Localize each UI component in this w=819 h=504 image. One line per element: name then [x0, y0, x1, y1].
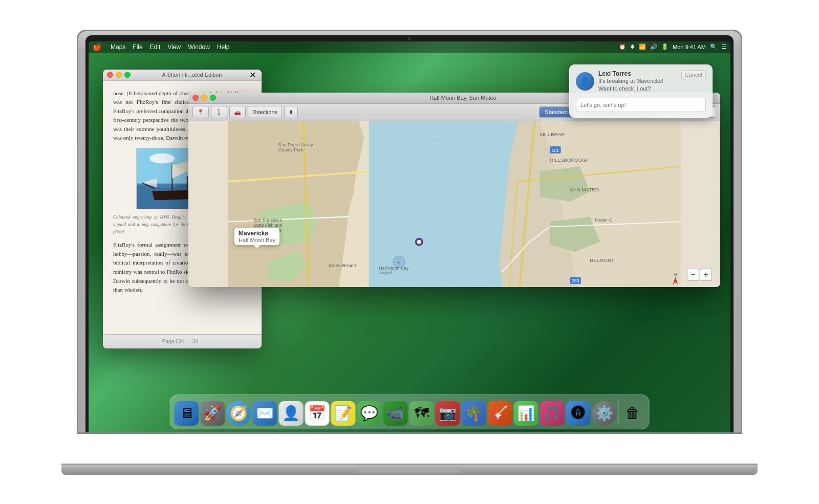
svg-text:State Fish and: State Fish and [253, 223, 283, 228]
menubar-left: 🍎 Maps File Edit View Window Help [93, 43, 230, 51]
maps-share-button[interactable]: ⬆ [284, 106, 298, 118]
menubar-volume-icon: 🔊 [650, 43, 657, 50]
svg-point-26 [149, 154, 175, 164]
dock-icon-numbers[interactable]: 📊 [514, 401, 538, 426]
svg-text:Airport: Airport [379, 270, 393, 275]
menu-window[interactable]: Window [188, 43, 210, 51]
photobooth-icon: 📷 [439, 405, 457, 422]
facetime-icon: 📹 [386, 405, 404, 422]
dock-icon-syspreferences[interactable]: ⚙️ [592, 401, 617, 426]
svg-text:MILLBRAE: MILLBRAE [540, 132, 565, 137]
dock-icon-notes[interactable]: 📝 [331, 401, 356, 426]
dock-icon-appstore[interactable]: 🅐 [566, 401, 591, 426]
tooltip-location: Half Moon Bay [239, 237, 275, 243]
notification-avatar: 👤 [576, 72, 594, 91]
svg-text:101: 101 [551, 147, 559, 152]
menubar-battery-icon: 🔋 [661, 43, 669, 50]
dock-icon-facetime[interactable]: 📹 [383, 401, 408, 426]
menu-help[interactable]: Help [217, 43, 230, 51]
maps-location-button[interactable]: 📍 [192, 106, 209, 118]
ibook-window-title: A Short Hi...ated Edition [135, 72, 249, 78]
ibook-minimize-button[interactable] [116, 72, 122, 78]
mail-icon: ✉️ [256, 405, 274, 422]
menu-file[interactable]: File [133, 43, 142, 51]
map-content[interactable]: ✈ San Pedro Valley County Park San Franc… [188, 121, 720, 287]
menubar-right: ⏰ ✱ 📶 🔊 🔋 Mon 9:41 AM 🔍 ☰ [619, 43, 726, 50]
dock-icon-launchpad[interactable]: 🚀 [201, 401, 225, 426]
menubar-notif-icon[interactable]: ☰ [721, 43, 726, 50]
ibook-titlebar: A Short Hi...ated Edition ✕ [103, 70, 262, 81]
maps-drive-button[interactable]: 🚗 [229, 106, 246, 118]
dock-icon-itunes[interactable]: 🎵 [540, 401, 565, 426]
maps-directions-button[interactable]: Directions [248, 106, 282, 118]
menu-maps[interactable]: Maps [111, 43, 125, 51]
dock-icon-maps[interactable]: 🗺 [410, 401, 434, 426]
macbook: 🍎 Maps File Edit View Window Help ⏰ ✱ 📶 … [77, 30, 742, 475]
iphoto-icon: 🌴 [465, 405, 483, 422]
notification-reply-input[interactable] [576, 98, 706, 112]
macbook-lid: 🍎 Maps File Edit View Window Help ⏰ ✱ 📶 … [77, 30, 742, 434]
menubar-search-icon[interactable]: 🔍 [710, 43, 717, 50]
menu-edit[interactable]: Edit [150, 43, 161, 51]
ibook-close-button[interactable] [107, 72, 113, 78]
svg-text:San Francisco: San Francisco [253, 217, 283, 223]
ibook-page-total: 34... [192, 339, 202, 344]
itunes-icon: 🎵 [543, 405, 561, 422]
maps-close-button[interactable] [192, 95, 199, 101]
maps-traffic-lights [192, 95, 216, 101]
map-zoom-controls: − + [687, 269, 712, 281]
dock-icon-iphoto[interactable]: 🌴 [462, 401, 486, 426]
dock-icon-finder[interactable]: 🖥 [175, 401, 199, 426]
svg-text:County Park: County Park [278, 147, 304, 152]
notification-cancel-button[interactable]: Cancel [681, 70, 706, 79]
dock-icon-mail[interactable]: ✉️ [253, 401, 277, 426]
svg-text:Half Moon Bay: Half Moon Bay [379, 265, 408, 270]
notification-message: It's breaking at Mavericks! Want to chec… [598, 77, 677, 93]
macbook-base [61, 465, 758, 475]
notification-sender-name: Lexi Torres [598, 70, 677, 77]
dock-separator [618, 399, 619, 424]
numbers-icon: 📊 [517, 405, 535, 422]
maps-maximize-button[interactable] [210, 95, 216, 101]
maps-window: Half Moon Bay, San Mateo 📍 🚶 🚗 Direction… [188, 93, 720, 287]
dock-icon-trash[interactable]: 🗑 [620, 401, 645, 426]
maps-walk-button[interactable]: 🚶 [211, 106, 227, 118]
dock-icon-calendar[interactable]: 📅 [305, 401, 330, 426]
syspreferences-icon: ⚙️ [595, 405, 613, 422]
launchpad-icon: 🚀 [204, 405, 222, 422]
dock-icon-photobooth[interactable]: 📷 [436, 401, 460, 426]
dock-icon-contacts[interactable]: 👤 [279, 401, 304, 426]
svg-text:N: N [674, 272, 677, 277]
dock-icon-messages[interactable]: 💬 [357, 401, 382, 426]
notification-banner: 👤 Lexi Torres It's breaking at Mavericks… [569, 64, 713, 118]
zoom-in-button[interactable]: + [700, 269, 712, 281]
maps-standard-button[interactable]: Standard [539, 106, 573, 118]
ibook-maximize-button[interactable] [124, 72, 131, 78]
finder-icon: 🖥 [180, 405, 194, 422]
ibook-close-icon: ✕ [249, 70, 257, 80]
ibook-page-number: Page 634 [162, 339, 184, 344]
messages-icon: 💬 [360, 405, 378, 422]
zoom-out-button[interactable]: − [687, 269, 699, 281]
map-location-tooltip[interactable]: Mavericks Half Moon Bay [234, 228, 279, 245]
maps-minimize-button[interactable] [201, 95, 207, 101]
screen: 🍎 Maps File Edit View Window Help ⏰ ✱ 📶 … [89, 41, 730, 432]
svg-text:Foster C.: Foster C. [595, 217, 613, 223]
dock-icon-safari[interactable]: 🧭 [227, 401, 251, 426]
menu-view[interactable]: View [167, 43, 181, 51]
svg-text:Moss Beach: Moss Beach [329, 262, 356, 268]
ibook-traffic-lights [107, 72, 131, 78]
menubar-time-machine-icon: ⏰ [619, 43, 626, 50]
ibook-footer: Page 634 34... [103, 334, 262, 348]
appstore-icon: 🅐 [571, 405, 586, 422]
menubar-bluetooth-icon: ✱ [630, 43, 635, 50]
menubar-wifi-icon: 📶 [639, 43, 646, 50]
notification-text-area: Lexi Torres It's breaking at Mavericks! … [598, 70, 677, 93]
trash-icon: 🗑 [626, 405, 640, 422]
dock-icon-garageband[interactable]: 🎸 [488, 401, 512, 426]
calendar-icon: 📅 [308, 405, 326, 422]
apple-logo-icon[interactable]: 🍎 [93, 43, 101, 51]
contacts-icon: 👤 [282, 405, 300, 422]
svg-text:✈: ✈ [397, 260, 401, 265]
avatar-icon: 👤 [580, 76, 590, 86]
